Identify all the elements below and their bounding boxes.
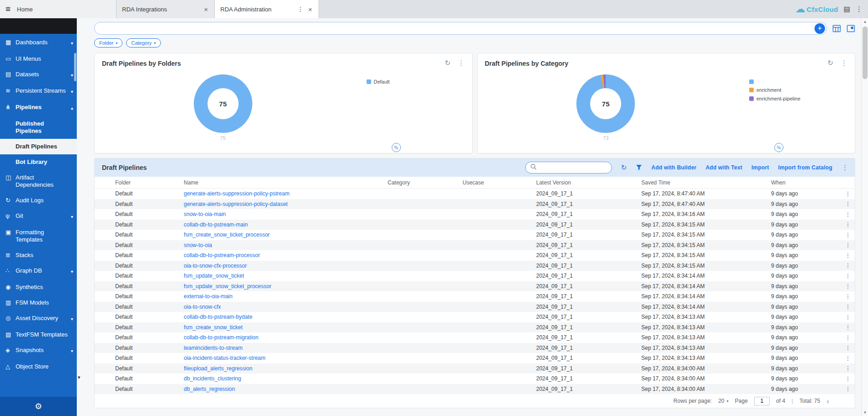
sidebar-item-formatting-templates[interactable]: ▣ Formatting Templates <box>0 225 77 247</box>
row-actions-kebab-icon[interactable]: ⋮ <box>845 303 851 310</box>
page-number-input[interactable] <box>754 397 770 405</box>
row-actions-kebab-icon[interactable]: ⋮ <box>845 293 851 300</box>
donut-chart-folders[interactable]: 75 <box>194 74 252 133</box>
pipeline-link[interactable]: teamincidents-to-stream <box>184 345 388 351</box>
sidebar-item-asset-discovery[interactable]: ◎ Asset Discovery ▾ <box>0 311 77 327</box>
pipeline-link[interactable]: oia-incident-status-tracker-stream <box>184 355 388 361</box>
scrollbar-thumb[interactable] <box>863 26 868 79</box>
sidebar-item-bot-library[interactable]: Bot Library <box>0 154 77 170</box>
pipeline-link[interactable]: oia-to-snow-cfx-processor <box>184 263 388 269</box>
grid-view-icon[interactable] <box>832 24 841 33</box>
row-actions-kebab-icon[interactable]: ⋮ <box>845 242 851 248</box>
row-actions-kebab-icon[interactable]: ⋮ <box>845 375 851 382</box>
pipeline-link[interactable]: external-to-oia-main <box>184 293 388 300</box>
sidebar-item-artifact-dependencies[interactable]: ◫ Artifact Dependencies <box>0 170 77 193</box>
row-actions-kebab-icon[interactable]: ⋮ <box>845 385 851 392</box>
gear-icon[interactable]: ⚙ <box>35 401 42 411</box>
percent-toggle-icon[interactable]: % <box>392 143 401 152</box>
pipeline-link[interactable]: db_alerts_regression <box>184 386 388 392</box>
filter-icon[interactable] <box>636 164 642 171</box>
pipeline-link[interactable]: fsm_create_snow_ticket_processor <box>184 232 388 238</box>
row-actions-kebab-icon[interactable]: ⋮ <box>845 221 851 228</box>
row-actions-kebab-icon[interactable]: ⋮ <box>845 324 851 331</box>
kebab-icon[interactable]: ⋮ <box>841 59 847 67</box>
percent-toggle-icon[interactable]: % <box>774 143 783 152</box>
pipeline-link[interactable]: collab-db-to-pstream-migration <box>184 334 388 341</box>
row-actions-kebab-icon[interactable]: ⋮ <box>845 252 851 259</box>
sidebar-item-snapshots[interactable]: ◈ Snapshots ▾ <box>0 342 77 359</box>
next-page-icon[interactable]: › <box>826 397 829 405</box>
pipeline-link[interactable]: snow-to-oia <box>184 242 388 248</box>
tab-rda-administration[interactable]: RDA Administration ⋮ × <box>215 0 319 18</box>
tab-kebab-icon[interactable]: ⋮ <box>297 5 304 13</box>
row-actions-kebab-icon[interactable]: ⋮ <box>845 190 851 197</box>
sidebar-item-ui-menus[interactable]: ▭ UI Menus <box>0 51 77 67</box>
donut-chart-category[interactable]: 75 <box>576 74 635 133</box>
scroll-down-icon[interactable]: ▼ <box>862 411 868 415</box>
sidebar-item-dashboards[interactable]: ▦ Dashboards ▾ <box>0 35 77 51</box>
pipeline-link[interactable]: collab-db-to-pstream-processor <box>184 252 388 258</box>
filter-chip-category[interactable]: Category ▾ <box>126 38 161 47</box>
refresh-icon[interactable]: ↻ <box>445 59 451 67</box>
panel-layout-icon[interactable] <box>847 24 855 33</box>
sidebar-item-textfsm-templates[interactable]: ▧ TextFSM Templates <box>0 327 77 342</box>
refresh-icon[interactable]: ↻ <box>621 163 627 172</box>
legend-item[interactable]: Default <box>367 79 456 84</box>
row-actions-kebab-icon[interactable]: ⋮ <box>845 232 851 238</box>
sidebar-scrollbar-thumb[interactable] <box>74 53 76 81</box>
filter-chip-folder[interactable]: Folder ▾ <box>94 38 122 47</box>
row-actions-kebab-icon[interactable]: ⋮ <box>845 262 851 269</box>
add-icon[interactable]: + <box>815 23 825 34</box>
sidebar-item-synthetics[interactable]: ◉ Synthetics <box>0 279 77 295</box>
sidebar-item-stacks[interactable]: ≣ Stacks <box>0 247 77 263</box>
row-actions-kebab-icon[interactable]: ⋮ <box>845 211 851 218</box>
action-import[interactable]: Import <box>751 164 769 171</box>
scroll-up-icon[interactable]: ▲ <box>862 20 868 24</box>
rows-per-page-select[interactable]: 20 ▾ <box>718 398 728 404</box>
sidebar-item-graph-db[interactable]: ∴ Graph DB ▾ <box>0 263 77 279</box>
main-scrollbar[interactable]: ▲ ▼ <box>861 18 868 416</box>
sidebar-item-git[interactable]: ψ Git ▾ <box>0 208 77 225</box>
row-actions-kebab-icon[interactable]: ⋮ <box>845 273 851 279</box>
close-icon[interactable]: × <box>203 5 209 13</box>
row-actions-kebab-icon[interactable]: ⋮ <box>845 355 851 362</box>
pipeline-link[interactable]: fileupload_alerts_regression <box>184 365 388 372</box>
global-search-input[interactable] <box>95 25 826 32</box>
sidebar-item-audit-logs[interactable]: ↻ Audit Logs <box>0 193 77 208</box>
sidebar-item-draft-pipelines[interactable]: Draft Pipelines <box>0 139 77 154</box>
legend-item[interactable] <box>749 79 838 84</box>
row-actions-kebab-icon[interactable]: ⋮ <box>845 314 851 321</box>
sidebar-item-object-store[interactable]: △ Object Store <box>0 359 77 374</box>
pipeline-link[interactable]: collab-db-to-pstream-main <box>184 221 388 228</box>
pipeline-link[interactable]: fsm_update_snow_ticket <box>184 273 388 279</box>
pipeline-link[interactable]: collab-db-to-pstream-bydate <box>184 314 388 320</box>
row-actions-kebab-icon[interactable]: ⋮ <box>845 344 851 351</box>
action-add-with-builder[interactable]: Add with Builder <box>651 164 697 171</box>
table-search-input[interactable] <box>539 164 607 171</box>
row-actions-kebab-icon[interactable]: ⋮ <box>845 200 851 207</box>
tab-home[interactable]: ≡ Home <box>0 0 117 18</box>
pipeline-link[interactable]: generate-alerts-suppression-policy-datas… <box>184 201 388 207</box>
row-actions-kebab-icon[interactable]: ⋮ <box>845 283 851 290</box>
row-actions-kebab-icon[interactable]: ⋮ <box>845 365 851 372</box>
kebab-icon[interactable]: ⋮ <box>856 5 863 13</box>
sidebar-item-published-pipelines[interactable]: Published Pipelines <box>0 116 77 139</box>
legend-item[interactable]: enrichment-pipeline <box>749 96 838 101</box>
close-icon[interactable]: × <box>307 5 313 13</box>
pipeline-link[interactable]: db_incidents_clustering <box>184 375 388 382</box>
action-import-from-catalog[interactable]: Import from Catalog <box>778 164 832 171</box>
kebab-icon[interactable]: ⋮ <box>458 59 465 67</box>
hamburger-menu-icon[interactable]: ≡ <box>5 4 11 14</box>
pipeline-link[interactable]: snow-to-oia-main <box>184 211 388 217</box>
pipeline-link[interactable]: fsm_update_snow_ticket_processor <box>184 283 388 290</box>
pipeline-link[interactable]: oia-to-snow-cfx <box>184 304 388 310</box>
sidebar-item-datasets[interactable]: ▤ Datasets ▾ <box>0 67 77 83</box>
legend-item[interactable]: enrichment <box>749 87 838 93</box>
sidebar-item-pipelines[interactable]: ⋔ Pipelines ▴ <box>0 100 77 116</box>
sidebar-item-fsm-models[interactable]: ▥ FSM Models <box>0 295 77 311</box>
sidebar-item-persistent-streams[interactable]: ≋ Persistent Streams ▾ <box>0 83 77 100</box>
refresh-icon[interactable]: ↻ <box>827 59 833 67</box>
pipeline-link[interactable]: generate-alerts-suppression-policy-pstre… <box>184 190 388 197</box>
tab-rda-integrations[interactable]: RDA Integrations × <box>117 0 215 18</box>
list-icon[interactable]: ▤ <box>844 5 850 13</box>
